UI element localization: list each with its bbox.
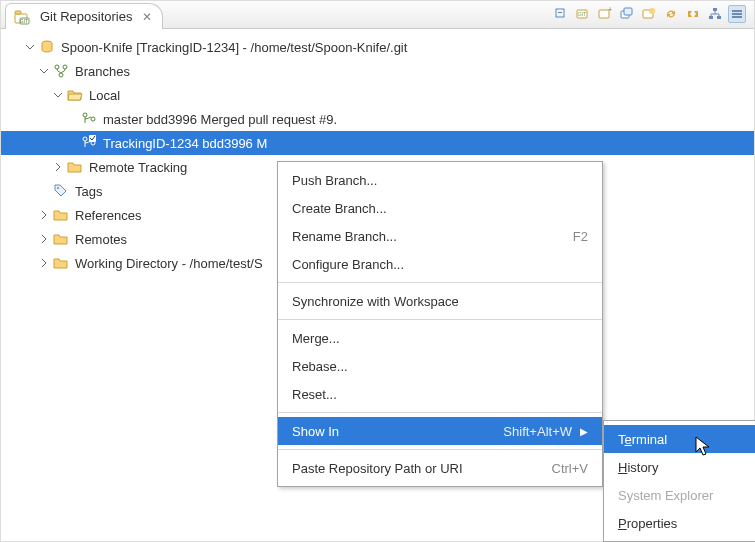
svg-point-23 [59,73,63,77]
close-icon[interactable]: ✕ [142,10,152,24]
add-repo-icon[interactable]: + [596,5,614,23]
svg-rect-5 [558,12,562,13]
menu-shortcut: Shift+Alt+W [503,424,572,439]
tab-strip: GIT Git Repositories ✕ GIT + [1,1,754,29]
menu-push-branch[interactable]: Push Branch... [278,166,602,194]
menu-label: Reset... [292,387,337,402]
folder-icon [53,255,69,271]
tree-label: Local [89,88,120,103]
clone-repo-icon[interactable] [618,5,636,23]
branch-icon [81,111,97,127]
svg-point-25 [91,117,95,121]
tree-label: References [75,208,141,223]
svg-rect-15 [709,16,713,19]
svg-rect-14 [713,8,717,11]
tags-icon [53,183,69,199]
menu-label: Create Branch... [292,201,387,216]
svg-text:GIT: GIT [578,11,586,17]
menu-rename-branch[interactable]: Rename Branch...F2 [278,222,602,250]
chevron-right-icon[interactable] [37,232,51,246]
chevron-down-icon[interactable] [37,64,51,78]
tree-label: Remotes [75,232,127,247]
svg-point-13 [649,8,655,14]
menu-shortcut: Ctrl+V [552,461,588,476]
menu-label: Merge... [292,331,340,346]
chevron-down-icon[interactable] [51,88,65,102]
menu-create-branch[interactable]: Create Branch... [278,194,602,222]
svg-rect-1 [15,11,21,14]
spacer [65,136,79,150]
svg-point-29 [57,187,59,189]
tree-label: Remote Tracking [89,160,187,175]
context-menu: Push Branch... Create Branch... Rename B… [277,161,603,487]
tree-branch-tracking[interactable]: TrackingID-1234 bdd3996 M [1,131,754,155]
menu-merge[interactable]: Merge... [278,324,602,352]
tree-label: Tags [75,184,102,199]
submenu-arrow-icon: ▶ [580,426,588,437]
svg-point-24 [83,113,87,117]
menu-label: Paste Repository Path or URI [292,461,463,476]
menu-label: Push Branch... [292,173,377,188]
refresh-icon[interactable] [662,5,680,23]
folder-open-icon [67,87,83,103]
tree-label: Working Directory - /home/test/S [75,256,263,271]
hierarchical-icon[interactable] [706,5,724,23]
tree-local[interactable]: Local [1,83,754,107]
submenu-properties[interactable]: Properties [604,509,755,537]
tree-branch-master[interactable]: master bdd3996 Merged pull request #9. [1,107,754,131]
menu-reset[interactable]: Reset... [278,380,602,408]
create-repo-icon[interactable] [640,5,658,23]
menu-separator [278,319,602,320]
tree-repo-root[interactable]: Spoon-Knife [TrackingID-1234] - /home/te… [1,35,754,59]
svg-rect-19 [732,16,742,18]
show-in-submenu: Terminal History System Explorer Propert… [603,420,755,542]
menu-label: Rebase... [292,359,348,374]
svg-point-26 [83,137,87,141]
menu-label: Rename Branch... [292,229,397,244]
menu-separator [278,449,602,450]
checked-out-branch-icon [81,135,97,151]
menu-shortcut: F2 [573,229,588,244]
tree-label: TrackingID-1234 bdd3996 M [103,136,267,151]
tree-branches[interactable]: Branches [1,59,754,83]
tree-label: Branches [75,64,130,79]
chevron-right-icon[interactable] [37,256,51,270]
tree-label: master bdd3996 Merged pull request #9. [103,112,337,127]
menu-label: Show In [292,424,339,439]
submenu-history[interactable]: History [604,453,755,481]
chevron-right-icon[interactable] [51,160,65,174]
menu-label: Configure Branch... [292,257,404,272]
link-with-selection-icon[interactable] [684,5,702,23]
menu-show-in[interactable]: Show In Shift+Alt+W ▶ [278,417,602,445]
svg-rect-11 [624,8,632,15]
svg-rect-17 [732,10,742,12]
menu-label: Terminal [618,432,667,447]
tab-label: Git Repositories [40,9,132,24]
branches-icon [53,63,69,79]
folder-icon [67,159,83,175]
chevron-down-icon[interactable] [23,40,37,54]
repo-icon [39,39,55,55]
svg-text:GIT: GIT [20,18,28,24]
menu-paste-uri[interactable]: Paste Repository Path or URICtrl+V [278,454,602,482]
submenu-terminal[interactable]: Terminal [604,425,755,453]
view-menu-icon[interactable] [728,5,746,23]
menu-label: Properties [618,516,677,531]
svg-text:+: + [608,7,612,13]
svg-point-21 [55,65,59,69]
menu-configure-branch[interactable]: Configure Branch... [278,250,602,278]
link-editor-icon[interactable]: GIT [574,5,592,23]
menu-label: History [618,460,658,475]
folder-icon [53,207,69,223]
submenu-system-explorer: System Explorer [604,481,755,509]
git-view-icon: GIT [14,9,30,25]
menu-synchronize[interactable]: Synchronize with Workspace [278,287,602,315]
chevron-right-icon[interactable] [37,208,51,222]
collapse-all-icon[interactable] [552,5,570,23]
spacer [37,184,51,198]
tab-git-repositories[interactable]: GIT Git Repositories ✕ [5,3,163,29]
menu-rebase[interactable]: Rebase... [278,352,602,380]
svg-point-22 [63,65,67,69]
svg-rect-18 [732,13,742,15]
folder-icon [53,231,69,247]
